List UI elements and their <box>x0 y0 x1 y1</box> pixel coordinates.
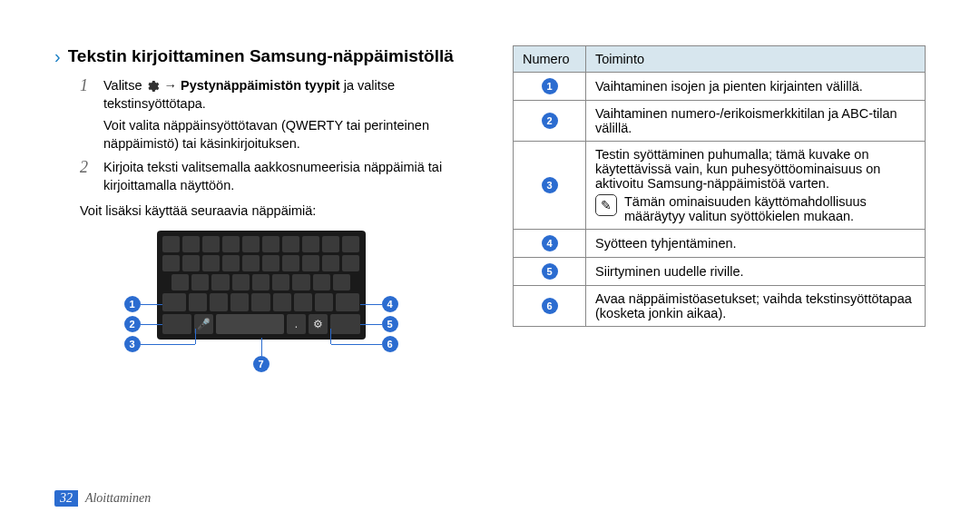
row-note: Tämän ominaisuuden käyttömahdollisuus mä… <box>624 194 916 223</box>
callout-5: 5 <box>382 316 398 332</box>
table-row: 6 Avaa näppäimistöasetukset; vaihda teks… <box>514 286 926 327</box>
gear-icon: ⚙ <box>309 314 328 334</box>
step2-text: Kirjoita teksti valitsemalla aakkosnumee… <box>103 158 467 194</box>
chevron-right-icon: › <box>54 45 61 67</box>
section-heading: › Tekstin kirjoittaminen Samsung-näppäim… <box>54 45 467 67</box>
row-number: 6 <box>542 298 558 314</box>
function-table: Numero Toiminto 1 Vaihtaminen isojen ja … <box>513 45 926 327</box>
step-number: 2 <box>80 158 93 194</box>
step-1: 1 Valitse → Pystynäppäimistön tyypit ja … <box>80 76 467 153</box>
callout-6: 6 <box>382 336 398 352</box>
callout-2: 2 <box>124 316 141 332</box>
keyboard-image: 🎤 . ⚙ <box>157 231 366 340</box>
callout-1: 1 <box>124 296 141 312</box>
table-head-number: Numero <box>514 46 586 73</box>
table-row: 4 Syötteen tyhjentäminen. <box>514 230 926 258</box>
row-number: 4 <box>542 235 558 251</box>
row-text: Testin syöttäminen puhumalla; tämä kuvak… <box>595 147 916 191</box>
page-footer: 32 Aloittaminen <box>54 490 151 507</box>
gear-icon <box>145 79 160 94</box>
step-number: 1 <box>80 76 93 153</box>
table-row: 2 Vaihtaminen numero-/erikoismerkkitilan… <box>514 101 926 142</box>
step1-pre: Valitse <box>103 78 145 93</box>
table-head-function: Toiminto <box>586 46 926 73</box>
section-name: Aloittaminen <box>85 491 151 505</box>
mic-icon: 🎤 <box>194 314 213 334</box>
row-text: Vaihtaminen numero-/erikoismerkkitilan j… <box>586 101 926 142</box>
arrow-right-icon: → <box>164 78 178 93</box>
row-number: 1 <box>542 78 558 94</box>
row-number: 3 <box>542 177 558 193</box>
note-icon: ✎ <box>595 194 617 216</box>
step1-sub: Voit valita näppäinsyöttötavan (QWERTY t… <box>103 116 467 153</box>
callout-3: 3 <box>124 336 141 352</box>
row-text: Siirtyminen uudelle riville. <box>586 258 926 286</box>
row-text: Syötteen tyhjentäminen. <box>586 230 926 258</box>
row-text: Vaihtaminen isojen ja pienten kirjainten… <box>586 73 926 101</box>
heading-text: Tekstin kirjoittaminen Samsung-näppäimis… <box>68 45 454 67</box>
extra-text: Voit lisäksi käyttää seuraavia näppäimiä… <box>80 202 467 220</box>
page-number: 32 <box>54 490 78 507</box>
row-number: 5 <box>542 263 558 280</box>
step1-bold: Pystynäppäimistön tyypit <box>181 78 340 93</box>
table-row: 5 Siirtyminen uudelle riville. <box>514 258 926 286</box>
table-row: 3 Testin syöttäminen puhumalla; tämä kuv… <box>514 142 926 230</box>
step-2: 2 Kirjoita teksti valitsemalla aakkosnum… <box>80 158 467 194</box>
table-row: 1 Vaihtaminen isojen ja pienten kirjaint… <box>514 73 926 101</box>
row-number: 2 <box>542 113 558 129</box>
callout-7: 7 <box>253 356 270 372</box>
row-text: Avaa näppäimistöasetukset; vaihda teksti… <box>586 286 926 327</box>
callout-4: 4 <box>382 296 398 312</box>
